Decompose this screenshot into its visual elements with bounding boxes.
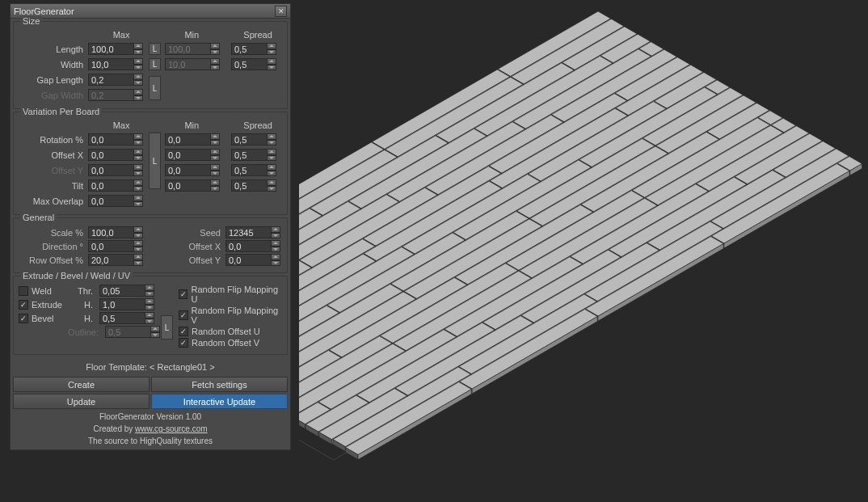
length-spread-input[interactable] xyxy=(231,43,267,55)
width-spread-input[interactable] xyxy=(231,58,267,70)
spin-down-icon[interactable] xyxy=(210,140,220,146)
outline-input[interactable] xyxy=(105,326,150,338)
spin-up-icon[interactable] xyxy=(210,179,220,186)
gap-length-spinner[interactable] xyxy=(88,74,145,86)
spin-up-icon[interactable] xyxy=(210,164,220,171)
spin-up-icon[interactable] xyxy=(271,254,280,260)
row-offset-input[interactable] xyxy=(88,254,133,266)
spin-up-icon[interactable] xyxy=(210,43,220,49)
spin-up-icon[interactable] xyxy=(133,74,143,80)
tilt-min-input[interactable] xyxy=(165,179,210,192)
spin-up-icon[interactable] xyxy=(133,58,143,65)
spin-down-icon[interactable] xyxy=(133,260,143,267)
max-overlap-spinner[interactable] xyxy=(88,195,145,207)
gen-offsety-spinner[interactable] xyxy=(225,254,282,266)
gen-offsety-input[interactable] xyxy=(225,254,271,266)
spin-up-icon[interactable] xyxy=(210,133,220,140)
extrude-checkbox[interactable]: ✓ xyxy=(19,300,28,310)
spin-up-icon[interactable] xyxy=(145,285,154,291)
offsetx-min-input[interactable] xyxy=(165,149,210,161)
length-link-button[interactable]: L xyxy=(149,43,161,55)
width-spread-spinner[interactable] xyxy=(231,58,278,70)
offsetx-min-spinner[interactable] xyxy=(165,149,221,161)
offsety-spread-spinner[interactable] xyxy=(231,164,278,176)
spin-down-icon[interactable] xyxy=(133,140,143,146)
footer-link[interactable]: www.cg-source.com xyxy=(135,424,207,433)
spin-up-icon[interactable] xyxy=(267,133,276,140)
weld-input[interactable] xyxy=(99,285,145,297)
spin-up-icon[interactable] xyxy=(133,133,143,140)
spin-down-icon[interactable] xyxy=(210,155,220,162)
gen-offsetx-input[interactable] xyxy=(225,240,271,252)
update-button[interactable]: Update xyxy=(13,394,150,409)
spin-down-icon[interactable] xyxy=(133,233,143,239)
width-min-spinner[interactable] xyxy=(165,58,221,70)
bevel-checkbox[interactable]: ✓ xyxy=(19,314,28,323)
width-min-input[interactable] xyxy=(165,58,210,70)
offsety-min-spinner[interactable] xyxy=(165,164,221,176)
weld-checkbox[interactable] xyxy=(19,286,28,296)
offsetx-spread-input[interactable] xyxy=(231,149,267,161)
spin-up-icon[interactable] xyxy=(133,226,143,233)
spin-down-icon[interactable] xyxy=(210,186,220,192)
rotation-spread-spinner[interactable] xyxy=(231,133,278,146)
rotation-max-spinner[interactable] xyxy=(88,133,145,146)
spin-down-icon[interactable] xyxy=(133,186,143,192)
spin-down-icon[interactable] xyxy=(145,318,154,325)
offsetx-spread-spinner[interactable] xyxy=(231,149,278,161)
width-max-input[interactable] xyxy=(88,58,133,70)
variation-link-button[interactable]: L xyxy=(149,133,161,189)
bevel-h-input[interactable] xyxy=(99,312,145,324)
spin-up-icon[interactable] xyxy=(210,149,220,155)
offsety-min-input[interactable] xyxy=(165,164,210,176)
spin-up-icon[interactable] xyxy=(145,298,154,305)
direction-input[interactable] xyxy=(88,240,133,252)
spin-down-icon[interactable] xyxy=(210,65,220,71)
spin-up-icon[interactable] xyxy=(267,179,276,186)
spin-up-icon[interactable] xyxy=(133,149,143,155)
spin-up-icon[interactable] xyxy=(267,58,276,65)
gen-offsetx-spinner[interactable] xyxy=(225,240,282,252)
spin-up-icon[interactable] xyxy=(210,58,220,65)
length-min-input[interactable] xyxy=(165,43,210,55)
close-button[interactable]: ✕ xyxy=(275,6,287,17)
tilt-spread-input[interactable] xyxy=(231,179,267,192)
offsety-max-spinner[interactable] xyxy=(88,164,145,176)
tilt-max-spinner[interactable] xyxy=(88,179,145,192)
offsetx-max-input[interactable] xyxy=(88,149,133,161)
spin-down-icon[interactable] xyxy=(210,49,220,56)
create-button[interactable]: Create xyxy=(13,377,150,392)
spin-down-icon[interactable] xyxy=(145,291,154,297)
gap-width-input[interactable] xyxy=(88,89,133,101)
gap-length-input[interactable] xyxy=(88,74,133,86)
spin-up-icon[interactable] xyxy=(133,254,143,260)
gap-link-button[interactable]: L xyxy=(149,76,161,100)
spin-up-icon[interactable] xyxy=(145,312,154,318)
spin-down-icon[interactable] xyxy=(271,233,280,239)
offsety-max-input[interactable] xyxy=(88,164,133,176)
spin-down-icon[interactable] xyxy=(267,186,276,192)
spin-up-icon[interactable] xyxy=(133,89,143,95)
spin-up-icon[interactable] xyxy=(267,43,276,49)
spin-up-icon[interactable] xyxy=(271,226,280,233)
spin-up-icon[interactable] xyxy=(133,195,143,201)
titlebar[interactable]: FloorGenerator ✕ xyxy=(11,4,290,19)
rotation-max-input[interactable] xyxy=(88,133,133,146)
spin-down-icon[interactable] xyxy=(271,260,280,267)
spin-down-icon[interactable] xyxy=(133,49,143,56)
spin-up-icon[interactable] xyxy=(271,240,280,247)
rotation-min-spinner[interactable] xyxy=(165,133,221,146)
spin-down-icon[interactable] xyxy=(267,171,276,177)
spin-down-icon[interactable] xyxy=(133,201,143,208)
extrude-h-input[interactable] xyxy=(99,298,145,310)
spin-up-icon[interactable] xyxy=(267,164,276,171)
spin-up-icon[interactable] xyxy=(133,179,143,186)
seed-input[interactable] xyxy=(225,226,271,238)
interactive-update-button[interactable]: Interactive Update xyxy=(151,394,288,409)
spin-down-icon[interactable] xyxy=(267,65,276,71)
spin-down-icon[interactable] xyxy=(133,65,143,71)
spin-up-icon[interactable] xyxy=(133,43,143,49)
seed-spinner[interactable] xyxy=(225,226,282,238)
spin-down-icon[interactable] xyxy=(267,49,276,56)
tilt-spread-spinner[interactable] xyxy=(231,179,278,192)
